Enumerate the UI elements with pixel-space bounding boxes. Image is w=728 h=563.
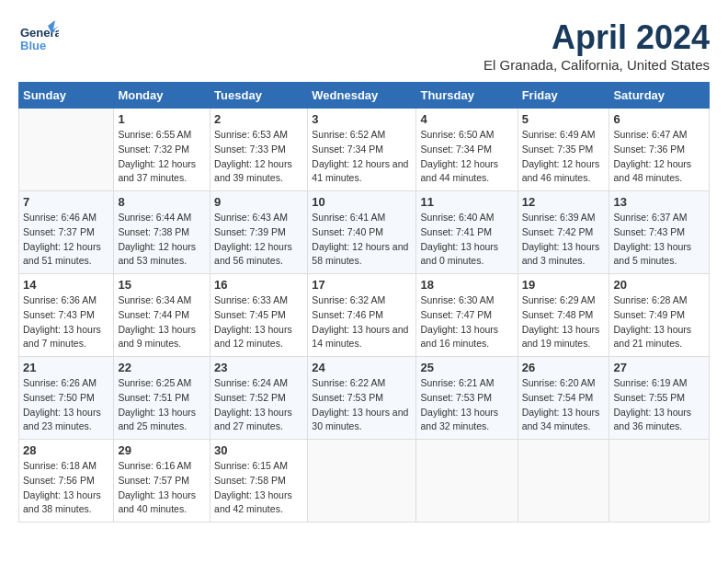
- day-info: Sunrise: 6:32 AM Sunset: 7:46 PM Dayligh…: [312, 293, 412, 351]
- calendar-cell: 27 Sunrise: 6:19 AM Sunset: 7:55 PM Dayl…: [609, 357, 710, 440]
- calendar-cell: 18 Sunrise: 6:30 AM Sunset: 7:47 PM Dayl…: [416, 274, 518, 357]
- header-saturday: Saturday: [609, 83, 710, 109]
- day-number: 17: [312, 278, 412, 292]
- day-number: 22: [118, 361, 206, 374]
- calendar-cell: 4 Sunrise: 6:50 AM Sunset: 7:34 PM Dayli…: [416, 109, 518, 191]
- header-sunday: Sunday: [19, 83, 114, 109]
- calendar-cell: [518, 440, 609, 523]
- day-info: Sunrise: 6:22 AM Sunset: 7:53 PM Dayligh…: [312, 376, 412, 434]
- header-tuesday: Tuesday: [210, 83, 308, 109]
- day-info: Sunrise: 6:18 AM Sunset: 7:56 PM Dayligh…: [23, 459, 109, 517]
- day-number: 5: [522, 112, 606, 126]
- day-info: Sunrise: 6:50 AM Sunset: 7:34 PM Dayligh…: [420, 128, 513, 186]
- calendar-cell: 12 Sunrise: 6:39 AM Sunset: 7:42 PM Dayl…: [518, 191, 609, 274]
- calendar-cell: 1 Sunrise: 6:55 AM Sunset: 7:32 PM Dayli…: [114, 109, 210, 191]
- day-number: 20: [613, 278, 705, 292]
- calendar-cell: 26 Sunrise: 6:20 AM Sunset: 7:54 PM Dayl…: [518, 357, 609, 440]
- day-info: Sunrise: 6:20 AM Sunset: 7:54 PM Dayligh…: [522, 376, 606, 434]
- day-info: Sunrise: 6:29 AM Sunset: 7:48 PM Dayligh…: [522, 293, 606, 351]
- day-number: 3: [312, 112, 412, 126]
- day-info: Sunrise: 6:30 AM Sunset: 7:47 PM Dayligh…: [420, 293, 513, 351]
- calendar-cell: 21 Sunrise: 6:26 AM Sunset: 7:50 PM Dayl…: [19, 357, 114, 440]
- calendar-cell: 24 Sunrise: 6:22 AM Sunset: 7:53 PM Dayl…: [308, 357, 416, 440]
- week-row-2: 7 Sunrise: 6:46 AM Sunset: 7:37 PM Dayli…: [19, 191, 710, 274]
- day-info: Sunrise: 6:36 AM Sunset: 7:43 PM Dayligh…: [23, 293, 109, 351]
- calendar-cell: 8 Sunrise: 6:44 AM Sunset: 7:38 PM Dayli…: [114, 191, 210, 274]
- day-number: 24: [312, 361, 412, 374]
- calendar-cell: 29 Sunrise: 6:16 AM Sunset: 7:57 PM Dayl…: [114, 440, 210, 523]
- title-section: April 2024 El Granada, California, Unite…: [483, 18, 710, 73]
- day-info: Sunrise: 6:52 AM Sunset: 7:34 PM Dayligh…: [312, 128, 412, 186]
- calendar-cell: 15 Sunrise: 6:34 AM Sunset: 7:44 PM Dayl…: [114, 274, 210, 357]
- day-info: Sunrise: 6:28 AM Sunset: 7:49 PM Dayligh…: [613, 293, 705, 351]
- header-friday: Friday: [518, 83, 609, 109]
- day-info: Sunrise: 6:40 AM Sunset: 7:41 PM Dayligh…: [420, 211, 513, 269]
- header-thursday: Thursday: [416, 83, 518, 109]
- day-number: 9: [214, 195, 303, 209]
- day-number: 4: [420, 112, 513, 126]
- calendar-cell: 11 Sunrise: 6:40 AM Sunset: 7:41 PM Dayl…: [416, 191, 518, 274]
- page-header: General Blue April 2024 El Granada, Cali…: [18, 18, 710, 73]
- day-number: 2: [214, 112, 303, 126]
- calendar-cell: 25 Sunrise: 6:21 AM Sunset: 7:53 PM Dayl…: [416, 357, 518, 440]
- day-number: 23: [214, 361, 303, 374]
- calendar-table: SundayMondayTuesdayWednesdayThursdayFrid…: [18, 82, 710, 523]
- day-number: 16: [214, 278, 303, 292]
- day-number: 15: [118, 278, 206, 292]
- day-number: 28: [23, 443, 109, 457]
- day-number: 19: [522, 278, 606, 292]
- calendar-cell: 7 Sunrise: 6:46 AM Sunset: 7:37 PM Dayli…: [19, 191, 114, 274]
- week-row-5: 28 Sunrise: 6:18 AM Sunset: 7:56 PM Dayl…: [19, 440, 710, 523]
- week-row-1: 1 Sunrise: 6:55 AM Sunset: 7:32 PM Dayli…: [19, 109, 710, 191]
- day-number: 13: [613, 195, 705, 209]
- calendar-cell: 13 Sunrise: 6:37 AM Sunset: 7:43 PM Dayl…: [609, 191, 710, 274]
- calendar-cell: 3 Sunrise: 6:52 AM Sunset: 7:34 PM Dayli…: [308, 109, 416, 191]
- day-info: Sunrise: 6:25 AM Sunset: 7:51 PM Dayligh…: [118, 376, 206, 434]
- day-info: Sunrise: 6:21 AM Sunset: 7:53 PM Dayligh…: [420, 376, 513, 434]
- calendar-cell: [308, 440, 416, 523]
- calendar-cell: 28 Sunrise: 6:18 AM Sunset: 7:56 PM Dayl…: [19, 440, 114, 523]
- day-info: Sunrise: 6:39 AM Sunset: 7:42 PM Dayligh…: [522, 211, 606, 269]
- calendar-cell: 14 Sunrise: 6:36 AM Sunset: 7:43 PM Dayl…: [19, 274, 114, 357]
- calendar-cell: 10 Sunrise: 6:41 AM Sunset: 7:40 PM Dayl…: [308, 191, 416, 274]
- day-number: 12: [522, 195, 606, 209]
- logo-icon: General Blue: [18, 18, 59, 59]
- day-info: Sunrise: 6:47 AM Sunset: 7:36 PM Dayligh…: [613, 128, 705, 186]
- day-number: 10: [312, 195, 412, 209]
- header-monday: Monday: [114, 83, 210, 109]
- day-info: Sunrise: 6:26 AM Sunset: 7:50 PM Dayligh…: [23, 376, 109, 434]
- day-info: Sunrise: 6:16 AM Sunset: 7:57 PM Dayligh…: [118, 459, 206, 517]
- day-number: 6: [613, 112, 705, 126]
- day-number: 27: [613, 361, 705, 374]
- day-number: 26: [522, 361, 606, 374]
- svg-text:Blue: Blue: [20, 39, 46, 52]
- month-title: April 2024: [483, 18, 710, 57]
- day-number: 11: [420, 195, 513, 209]
- day-info: Sunrise: 6:43 AM Sunset: 7:39 PM Dayligh…: [214, 211, 303, 269]
- day-info: Sunrise: 6:44 AM Sunset: 7:38 PM Dayligh…: [118, 211, 206, 269]
- day-number: 25: [420, 361, 513, 374]
- day-info: Sunrise: 6:55 AM Sunset: 7:32 PM Dayligh…: [118, 128, 206, 186]
- day-info: Sunrise: 6:15 AM Sunset: 7:58 PM Dayligh…: [214, 459, 303, 517]
- day-info: Sunrise: 6:41 AM Sunset: 7:40 PM Dayligh…: [312, 211, 412, 269]
- calendar-cell: 20 Sunrise: 6:28 AM Sunset: 7:49 PM Dayl…: [609, 274, 710, 357]
- calendar-header-row: SundayMondayTuesdayWednesdayThursdayFrid…: [19, 83, 710, 109]
- day-info: Sunrise: 6:19 AM Sunset: 7:55 PM Dayligh…: [613, 376, 705, 434]
- day-info: Sunrise: 6:24 AM Sunset: 7:52 PM Dayligh…: [214, 376, 303, 434]
- calendar-cell: 30 Sunrise: 6:15 AM Sunset: 7:58 PM Dayl…: [210, 440, 308, 523]
- calendar-cell: [609, 440, 710, 523]
- day-number: 18: [420, 278, 513, 292]
- day-info: Sunrise: 6:46 AM Sunset: 7:37 PM Dayligh…: [23, 211, 109, 269]
- calendar-cell: 19 Sunrise: 6:29 AM Sunset: 7:48 PM Dayl…: [518, 274, 609, 357]
- week-row-3: 14 Sunrise: 6:36 AM Sunset: 7:43 PM Dayl…: [19, 274, 710, 357]
- calendar-cell: 6 Sunrise: 6:47 AM Sunset: 7:36 PM Dayli…: [609, 109, 710, 191]
- week-row-4: 21 Sunrise: 6:26 AM Sunset: 7:50 PM Dayl…: [19, 357, 710, 440]
- day-info: Sunrise: 6:49 AM Sunset: 7:35 PM Dayligh…: [522, 128, 606, 186]
- day-number: 14: [23, 278, 109, 292]
- header-wednesday: Wednesday: [308, 83, 416, 109]
- calendar-cell: 2 Sunrise: 6:53 AM Sunset: 7:33 PM Dayli…: [210, 109, 308, 191]
- day-info: Sunrise: 6:33 AM Sunset: 7:45 PM Dayligh…: [214, 293, 303, 351]
- day-number: 21: [23, 361, 109, 374]
- calendar-cell: [19, 109, 114, 191]
- calendar-cell: 23 Sunrise: 6:24 AM Sunset: 7:52 PM Dayl…: [210, 357, 308, 440]
